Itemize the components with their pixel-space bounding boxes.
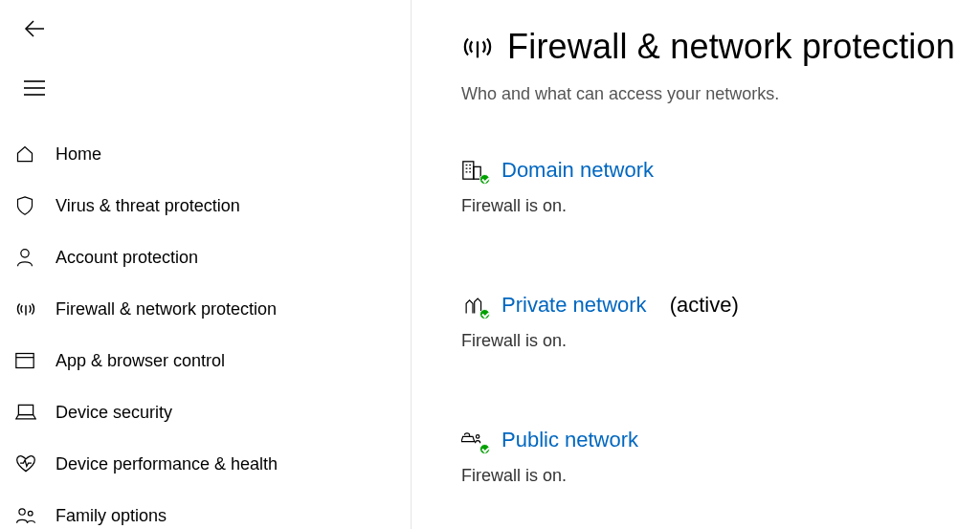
domain-network-link[interactable]: Domain network (501, 158, 654, 183)
main-content: Firewall & network protection Who and wh… (412, 0, 980, 529)
check-badge-icon (479, 309, 490, 320)
menu-button[interactable] (15, 69, 54, 107)
nav-list: Home Virus & threat protection Acco (6, 128, 411, 529)
shield-icon (15, 195, 56, 216)
person-icon (15, 247, 56, 268)
home-icon (15, 144, 56, 164)
sidebar-item-label: Home (56, 144, 411, 165)
laptop-icon (15, 404, 56, 421)
svg-rect-6 (16, 354, 33, 368)
sidebar-item-home[interactable]: Home (6, 128, 411, 180)
sidebar-item-firewall[interactable]: Firewall & network protection (6, 283, 411, 335)
svg-rect-8 (18, 405, 33, 414)
sidebar-item-label: Device performance & health (56, 454, 411, 474)
sidebar-item-health[interactable]: Device performance & health (6, 438, 411, 490)
window-icon (15, 352, 56, 369)
sidebar-item-label: Family options (56, 506, 411, 526)
network-status: Firewall is on. (461, 466, 972, 486)
arrow-left-icon (23, 17, 46, 40)
broadcast-icon (461, 31, 494, 63)
network-status: Firewall is on. (461, 331, 972, 351)
sidebar-item-appbrowser[interactable]: App & browser control (6, 335, 411, 386)
sidebar-item-family[interactable]: Family options (6, 490, 411, 529)
network-block-domain: Domain network Firewall is on. (461, 158, 972, 216)
sidebar-item-label: Device security (56, 403, 411, 423)
private-network-link[interactable]: Private network (501, 293, 647, 318)
people-icon (15, 506, 56, 525)
public-network-icon (461, 430, 486, 451)
private-network-icon (461, 295, 486, 316)
network-block-public: Public network Firewall is on. (461, 428, 972, 486)
svg-rect-12 (463, 162, 474, 179)
network-status: Firewall is on. (461, 196, 972, 216)
sidebar-item-label: Virus & threat protection (56, 196, 411, 216)
domain-network-icon (461, 160, 486, 181)
svg-point-10 (28, 511, 33, 516)
sidebar-item-virus[interactable]: Virus & threat protection (6, 180, 411, 231)
check-badge-icon (479, 444, 490, 454)
active-tag: (active) (670, 293, 739, 318)
hamburger-icon (24, 80, 45, 96)
sidebar-item-label: App & browser control (56, 351, 411, 371)
sidebar-item-label: Firewall & network protection (56, 299, 411, 320)
svg-point-9 (19, 509, 25, 515)
page-header: Firewall & network protection (461, 27, 972, 67)
svg-point-4 (21, 250, 29, 257)
sidebar-item-account[interactable]: Account protection (6, 231, 411, 283)
sidebar-item-label: Account protection (56, 248, 411, 268)
page-subtitle: Who and what can access your networks. (461, 84, 972, 104)
public-network-link[interactable]: Public network (501, 428, 638, 452)
page-title: Firewall & network protection (507, 27, 955, 67)
broadcast-icon (15, 298, 56, 320)
heart-pulse-icon (15, 454, 56, 474)
network-block-private: Private network (active) Firewall is on. (461, 293, 972, 351)
sidebar: Home Virus & threat protection Acco (0, 0, 412, 529)
check-badge-icon (479, 174, 490, 185)
back-button[interactable] (15, 11, 54, 46)
sidebar-item-devicesecurity[interactable]: Device security (6, 386, 411, 438)
svg-point-20 (476, 435, 479, 438)
